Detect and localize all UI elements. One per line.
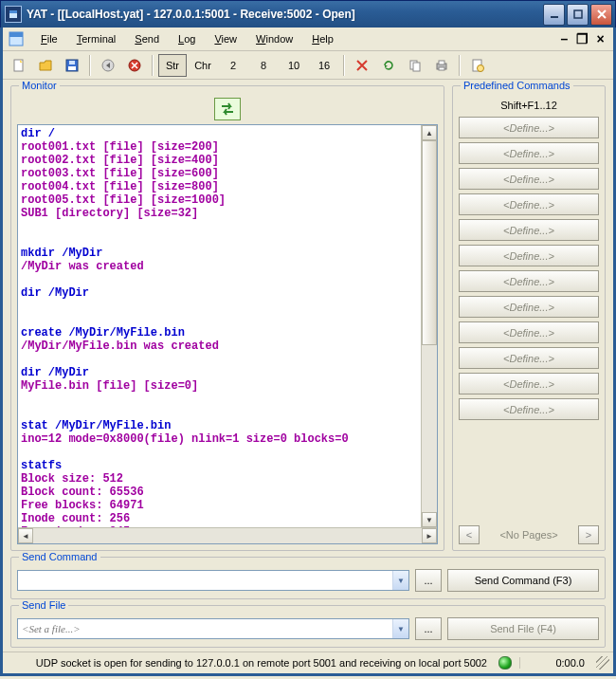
resize-grip-icon[interactable] <box>596 656 609 670</box>
connection-led-icon <box>498 656 512 670</box>
svg-rect-6 <box>68 66 76 70</box>
app-icon <box>5 6 22 23</box>
new-button[interactable] <box>7 54 31 77</box>
svg-rect-11 <box>413 63 420 71</box>
svg-point-16 <box>478 64 484 71</box>
menu-bar: File Terminal Send Log View Window Help … <box>3 28 613 51</box>
vertical-scrollbar[interactable]: ▲ ▼ <box>421 125 437 527</box>
settings-button[interactable] <box>465 54 490 77</box>
predefined-commands-group: Predefined Commands Shift+F1..12 <Define… <box>452 85 606 551</box>
predefined-pager: < <No Pages> > <box>459 525 599 544</box>
monitor-output: dir / root001.txt [file] [size=200] root… <box>17 124 438 544</box>
predefined-slot-12[interactable]: <Define...> <box>459 398 599 420</box>
mdi-minimize-button[interactable]: – <box>557 31 571 46</box>
predefined-slot-2[interactable]: <Define...> <box>459 142 599 164</box>
send-file-combo[interactable]: ▼ <box>17 618 409 639</box>
app-menu-icon[interactable] <box>9 31 24 46</box>
send-command-button[interactable]: Send Command (F3) <box>447 569 599 592</box>
predefined-hint: Shift+F1..12 <box>459 98 599 117</box>
radix-8-button[interactable]: 8 <box>249 54 278 77</box>
scroll-up-arrow-icon[interactable]: ▲ <box>422 125 437 140</box>
send-command-combo[interactable]: ▼ <box>17 570 409 591</box>
radix-chr-button[interactable]: Chr <box>189 54 217 77</box>
svg-rect-0 <box>551 16 558 18</box>
svg-rect-3 <box>9 32 23 37</box>
send-file-group: Send File ▼ ... Send File (F4) <box>10 605 606 648</box>
monitor-text[interactable]: dir / root001.txt [file] [size=200] root… <box>18 125 421 527</box>
predefined-slot-11[interactable]: <Define...> <box>459 373 599 395</box>
predefined-slot-9[interactable]: <Define...> <box>459 321 599 343</box>
radix-16-button[interactable]: 16 <box>310 54 338 77</box>
swap-arrows-icon <box>219 101 236 117</box>
menu-view[interactable]: View <box>205 30 246 47</box>
send-file-legend: Send File <box>19 599 68 611</box>
copy-button[interactable] <box>403 54 427 77</box>
stop-button[interactable] <box>122 54 147 77</box>
status-message: UDP socket is open for sending to 127.0.… <box>10 657 491 669</box>
menu-help[interactable]: Help <box>302 30 343 47</box>
radix-str-button[interactable]: Str <box>158 54 187 77</box>
scroll-left-arrow-icon[interactable]: ◄ <box>18 528 33 543</box>
close-button[interactable] <box>590 4 612 26</box>
send-command-group: Send Command ▼ ... Send Command (F3) <box>10 557 606 599</box>
horizontal-scrollbar[interactable]: ◄ ► <box>18 527 437 543</box>
svg-rect-13 <box>439 61 444 64</box>
open-button[interactable] <box>33 54 58 77</box>
menu-send[interactable]: Send <box>125 30 169 47</box>
direction-toggle-button[interactable] <box>214 98 241 120</box>
scroll-right-arrow-icon[interactable]: ► <box>422 528 437 543</box>
refresh-button[interactable] <box>376 54 401 77</box>
save-button[interactable] <box>60 54 84 77</box>
dropdown-arrow-icon[interactable]: ▼ <box>392 619 408 638</box>
dropdown-arrow-icon[interactable]: ▼ <box>392 571 408 590</box>
svg-rect-1 <box>574 10 582 18</box>
menu-file[interactable]: File <box>31 30 67 47</box>
send-command-legend: Send Command <box>19 551 100 562</box>
send-command-input[interactable] <box>18 571 392 590</box>
scroll-down-arrow-icon[interactable]: ▼ <box>422 512 437 527</box>
scroll-thumb[interactable] <box>422 140 437 345</box>
predefined-slot-7[interactable]: <Define...> <box>459 270 599 292</box>
svg-rect-7 <box>69 61 75 64</box>
pager-next-button[interactable]: > <box>578 525 599 544</box>
svg-rect-14 <box>439 67 444 70</box>
print-button[interactable] <box>429 54 454 77</box>
send-file-button[interactable]: Send File (F4) <box>447 617 599 640</box>
predefined-slot-3[interactable]: <Define...> <box>459 168 599 190</box>
monitor-legend: Monitor <box>19 80 60 91</box>
predefined-slot-6[interactable]: <Define...> <box>459 245 599 266</box>
mdi-close-button[interactable]: × <box>593 31 607 46</box>
back-button[interactable] <box>96 54 120 77</box>
pager-label: <No Pages> <box>483 529 574 541</box>
predefined-slot-1[interactable]: <Define...> <box>459 117 599 138</box>
predefined-legend: Predefined Commands <box>461 80 573 91</box>
title-bar: YAT - [[LocalHost.yat] - 127.0.0.1:5001 … <box>0 0 616 28</box>
radix-10-button[interactable]: 10 <box>280 54 308 77</box>
window-frame: File Terminal Send Log View Window Help … <box>0 28 616 676</box>
predefined-slot-5[interactable]: <Define...> <box>459 219 599 241</box>
predefined-slot-4[interactable]: <Define...> <box>459 193 599 215</box>
predefined-slot-10[interactable]: <Define...> <box>459 347 599 369</box>
menu-window[interactable]: Window <box>246 30 302 47</box>
menu-log[interactable]: Log <box>169 30 205 47</box>
menu-terminal[interactable]: Terminal <box>67 30 126 47</box>
toolbar: Str Chr 2 8 10 16 <box>3 51 613 80</box>
radix-2-button[interactable]: 2 <box>219 54 247 77</box>
pager-prev-button[interactable]: < <box>459 525 480 544</box>
send-file-input[interactable] <box>18 619 392 638</box>
status-bar: UDP socket is open for sending to 127.0.… <box>3 651 613 673</box>
window-title: YAT - [[LocalHost.yat] - 127.0.0.1:5001 … <box>27 8 541 21</box>
status-timer: 0:00.0 <box>519 657 589 669</box>
predefined-slot-8[interactable]: <Define...> <box>459 296 599 318</box>
client-area: Monitor dir / root001.txt [file] [size=2… <box>3 80 613 651</box>
maximize-button[interactable] <box>567 4 589 26</box>
send-command-browse-button[interactable]: ... <box>415 569 442 592</box>
send-file-browse-button[interactable]: ... <box>415 617 442 640</box>
mdi-restore-button[interactable]: ❐ <box>575 31 589 46</box>
clear-button[interactable] <box>350 54 374 77</box>
minimize-button[interactable] <box>543 4 565 26</box>
monitor-group: Monitor dir / root001.txt [file] [size=2… <box>10 85 444 551</box>
